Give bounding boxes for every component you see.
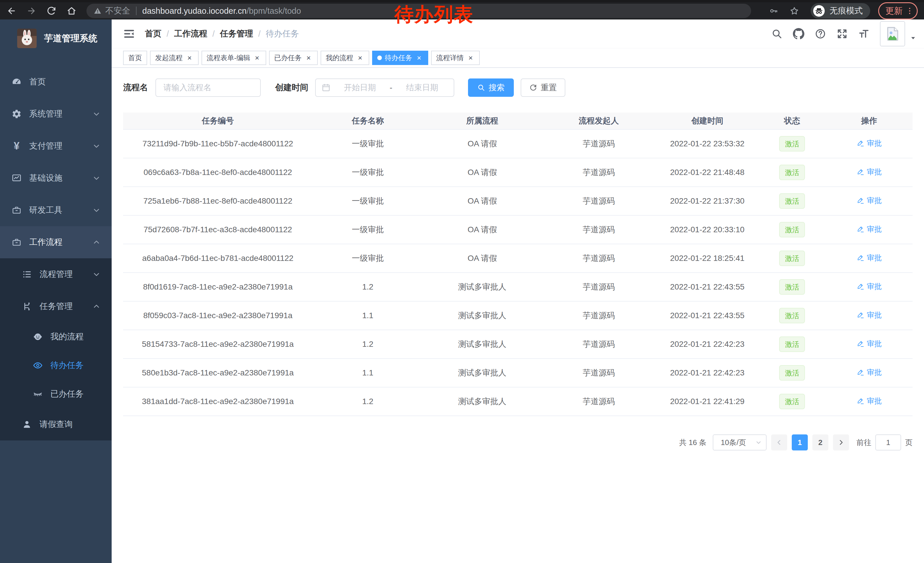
- cell-id: 73211d9d-7b9b-11ec-b5b7-acde48001122: [123, 139, 313, 148]
- breadcrumb-item-首页[interactable]: 首页: [145, 28, 162, 39]
- avatar-caret-icon[interactable]: [910, 35, 916, 42]
- cell-process: OA 请假: [423, 138, 542, 149]
- approve-link[interactable]: 审批: [856, 281, 882, 291]
- approve-link[interactable]: 审批: [856, 224, 882, 234]
- approve-link[interactable]: 审批: [856, 339, 882, 349]
- font-size-icon[interactable]: [858, 28, 870, 39]
- cell-name: 一级审批: [313, 224, 423, 235]
- goto-page-input[interactable]: [875, 434, 901, 450]
- app-logo-row[interactable]: 芋道管理系统: [0, 20, 112, 57]
- sidebar-item-label: 支付管理: [29, 140, 62, 152]
- sidebar-item-首页[interactable]: 首页: [0, 66, 112, 98]
- tab-bar: 首页发起流程×流程表单-编辑×已办任务×我的流程×待办任务×流程详情×: [112, 48, 924, 68]
- close-icon[interactable]: ×: [356, 54, 364, 62]
- page-button-2[interactable]: 2: [812, 434, 828, 450]
- approve-link-label: 审批: [867, 224, 882, 234]
- breadcrumb-item-工作流程[interactable]: 工作流程: [174, 28, 207, 39]
- sidebar-item-工作流程[interactable]: 工作流程: [0, 226, 112, 258]
- approve-link[interactable]: 审批: [856, 396, 882, 406]
- cell-action: 审批: [826, 138, 912, 150]
- sidebar-item-流程管理[interactable]: 流程管理: [0, 258, 112, 290]
- chevron-down-icon: [92, 110, 101, 118]
- edit-icon: [856, 139, 864, 147]
- approve-link-label: 审批: [867, 310, 882, 320]
- browser-actions: 无痕模式 更新: [758, 2, 918, 20]
- search-button[interactable]: 搜索: [468, 78, 514, 97]
- edit-icon: [856, 225, 864, 233]
- table-row: 725a1eb6-7b88-11ec-8ef0-acde48001122一级审批…: [123, 187, 912, 216]
- address-bar[interactable]: 不安全 dashboard.yudao.iocoder.cn/bpm/task/…: [87, 4, 751, 18]
- tab-待办任务[interactable]: 待办任务×: [372, 51, 428, 65]
- sidebar-item-任务管理[interactable]: 任务管理: [0, 290, 112, 323]
- end-date-input[interactable]: [393, 83, 452, 93]
- browser-menu-icon[interactable]: [905, 7, 914, 15]
- pagination-total: 共 16 条: [679, 438, 706, 447]
- breadcrumb: 首页/工作流程/任务管理/待办任务: [145, 28, 299, 39]
- cell-process: OA 请假: [423, 253, 542, 264]
- fullscreen-icon[interactable]: [836, 28, 848, 39]
- status-badge: 激活: [779, 394, 805, 409]
- eye-open-icon: [33, 360, 43, 371]
- password-key-icon[interactable]: [769, 6, 778, 16]
- approve-link[interactable]: 审批: [856, 310, 882, 320]
- approve-link[interactable]: 审批: [856, 138, 882, 148]
- page-size-select[interactable]: 10条/页: [713, 434, 766, 450]
- cell-action: 审批: [826, 253, 912, 264]
- browser-home-icon[interactable]: [66, 6, 77, 16]
- close-icon[interactable]: ×: [415, 54, 423, 62]
- breadcrumb-item-任务管理[interactable]: 任务管理: [220, 28, 253, 39]
- sidebar-item-请假查询[interactable]: 请假查询: [0, 408, 112, 440]
- list-icon: [22, 269, 32, 279]
- browser-forward-icon[interactable]: [26, 6, 37, 16]
- process-name-input[interactable]: [155, 78, 261, 97]
- tab-首页[interactable]: 首页: [123, 51, 147, 65]
- sidebar-item-研发工具[interactable]: 研发工具: [0, 194, 112, 226]
- sidebar-item-基础设施[interactable]: 基础设施: [0, 162, 112, 194]
- tab-流程表单-编辑[interactable]: 流程表单-编辑×: [201, 51, 266, 65]
- url-domain: dashboard.yudao.iocoder.cn: [142, 6, 246, 16]
- browser-update-button[interactable]: 更新: [878, 2, 918, 20]
- content: 流程名 创建时间 - 搜索 重置: [112, 68, 924, 563]
- cell-name: 1.2: [313, 282, 423, 291]
- prev-page-button[interactable]: [771, 434, 787, 450]
- close-icon[interactable]: ×: [304, 54, 313, 62]
- cell-id: 75d72608-7b7f-11ec-a3c8-acde48001122: [123, 225, 313, 234]
- app-logo: [17, 29, 37, 48]
- sidebar-item-支付管理[interactable]: ¥支付管理: [0, 130, 112, 162]
- next-page-button[interactable]: [833, 434, 849, 450]
- cell-process: OA 请假: [423, 195, 542, 206]
- reset-button[interactable]: 重置: [520, 78, 566, 97]
- help-icon[interactable]: [814, 28, 826, 39]
- cell-name: 一级审批: [313, 195, 423, 206]
- cell-id: 58154733-7ac8-11ec-a9e2-a2380e71991a: [123, 339, 313, 349]
- breadcrumb-separator: /: [212, 29, 214, 39]
- approve-link[interactable]: 审批: [856, 253, 882, 263]
- sidebar-item-系统管理[interactable]: 系统管理: [0, 98, 112, 130]
- process-name-label: 流程名: [123, 82, 148, 93]
- approve-link[interactable]: 审批: [856, 368, 882, 377]
- approve-link[interactable]: 审批: [856, 195, 882, 206]
- avatar[interactable]: [880, 21, 905, 47]
- search-icon[interactable]: [771, 28, 783, 39]
- page-button-1[interactable]: 1: [792, 434, 808, 450]
- start-date-input[interactable]: [331, 83, 389, 93]
- tab-流程详情[interactable]: 流程详情×: [431, 51, 480, 65]
- approve-link[interactable]: 审批: [856, 167, 882, 177]
- sidebar-collapse-icon[interactable]: [123, 28, 135, 40]
- tab-我的流程[interactable]: 我的流程×: [321, 51, 369, 65]
- sidebar-item-我的流程[interactable]: 我的流程: [0, 323, 112, 351]
- close-icon[interactable]: ×: [253, 54, 261, 62]
- sidebar-item-待办任务[interactable]: 待办任务: [0, 351, 112, 380]
- bookmark-star-icon[interactable]: [789, 6, 799, 16]
- browser-reload-icon[interactable]: [46, 6, 57, 16]
- date-range-picker[interactable]: -: [315, 78, 454, 97]
- tab-发起流程[interactable]: 发起流程×: [150, 51, 199, 65]
- yen-icon: ¥: [12, 141, 22, 151]
- browser-back-icon[interactable]: [6, 6, 16, 16]
- github-icon[interactable]: [793, 28, 804, 39]
- sidebar-item-已办任务[interactable]: 已办任务: [0, 380, 112, 408]
- tab-已办任务[interactable]: 已办任务×: [269, 51, 318, 65]
- close-icon[interactable]: ×: [466, 54, 475, 62]
- table-row: 069c6a63-7b8a-11ec-8ef0-acde48001122一级审批…: [123, 158, 912, 187]
- close-icon[interactable]: ×: [186, 54, 194, 62]
